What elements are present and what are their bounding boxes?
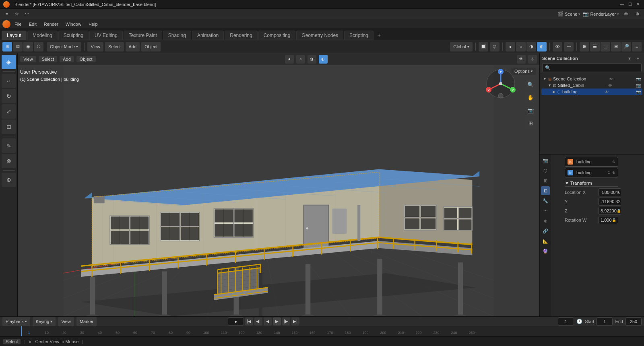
menu-edit[interactable]: Edit	[26, 21, 40, 27]
scene-selector[interactable]: 🎬 Scene ▾	[557, 11, 580, 17]
outliner-scene-collection[interactable]: ▼ ⊞ Scene Collection 👁 📷	[541, 76, 642, 82]
view-btn[interactable]: View	[87, 42, 103, 51]
vp-shading-eevee[interactable]: ◐	[319, 55, 328, 64]
vp-shading-rendered[interactable]: ◑	[308, 55, 316, 64]
tab-uv-editing[interactable]: UV Editing	[89, 31, 123, 40]
render-layer-selector[interactable]: 📷 RenderLayer ▾	[583, 11, 619, 17]
location-z-lock[interactable]: 🔒	[617, 209, 621, 213]
outliner-stilted-cabin[interactable]: ▼ ⊡ Stilted_Cabin 👁 📷	[541, 82, 642, 89]
building-visibility-icon[interactable]: 👁	[605, 90, 609, 94]
add-primitive-btn[interactable]: ⊕	[2, 173, 16, 187]
maximize-btn[interactable]: ☐	[627, 2, 633, 7]
viewport-overlay-icon[interactable]: ⊹	[564, 42, 574, 51]
menu-window[interactable]: Window	[62, 21, 85, 27]
options-btn[interactable]: Options ▾	[511, 68, 536, 75]
view-icon-1[interactable]: ⊞	[580, 42, 589, 51]
tab-geometry-nodes[interactable]: Geometry Nodes	[296, 31, 343, 40]
location-y-value[interactable]: -11690.3242 🔒	[599, 198, 621, 206]
vr-hand-icon[interactable]: ✋	[525, 92, 536, 103]
play-btn[interactable]: ▶	[273, 317, 281, 325]
viewport-icon-material[interactable]: ⬡	[34, 42, 43, 51]
view-timeline-btn[interactable]: View	[58, 317, 74, 326]
view-icon-6[interactable]: ≡	[632, 42, 642, 51]
stilted-visibility-icon[interactable]: 👁	[608, 83, 612, 88]
props-tab-modifiers[interactable]: 🔧	[541, 196, 550, 205]
menu-render[interactable]: Render	[41, 21, 62, 27]
object-menu-btn[interactable]: Object	[76, 56, 96, 62]
tab-animation[interactable]: Animation	[192, 31, 224, 40]
outliner-filter-icon[interactable]: ▼	[626, 55, 633, 62]
material-shading-icon[interactable]: ○	[516, 42, 526, 51]
transform-tool-btn[interactable]: ⊡	[2, 119, 16, 134]
props-tab-physics[interactable]: ⊕	[541, 216, 550, 225]
header-icon-star[interactable]: ☆	[12, 10, 21, 19]
object-mode-btn[interactable]: Object Mode ▾	[47, 42, 81, 51]
rotation-w-value[interactable]: 1.000 🔒	[599, 216, 618, 224]
vp-shading-solid[interactable]: ●	[285, 55, 294, 64]
tab-layout[interactable]: Layout	[2, 31, 27, 40]
view-icon-5[interactable]: 🔎	[621, 42, 631, 51]
marker-btn[interactable]: Marker	[76, 317, 97, 326]
blender-menu-logo[interactable]	[2, 20, 10, 28]
select-key-btn[interactable]: Select	[3, 339, 21, 344]
step-fwd-btn[interactable]: |▶	[282, 317, 290, 325]
toggle-icon-1[interactable]: 👁	[621, 10, 630, 19]
props-tab-material[interactable]: 🔮	[541, 247, 550, 255]
current-frame-input[interactable]: 1	[558, 317, 574, 325]
location-z-value[interactable]: 8.92200 🔒	[599, 207, 621, 215]
stilted-render-icon[interactable]: 📷	[636, 83, 641, 88]
scene-visibility-icon[interactable]: 👁	[609, 77, 613, 81]
tab-rendering[interactable]: Rendering	[225, 31, 257, 40]
tab-texture-paint[interactable]: Texture Paint	[124, 31, 162, 40]
add-menu-btn[interactable]: Add	[60, 56, 74, 62]
move-tool-btn[interactable]: ↔	[2, 74, 16, 88]
props-tab-object[interactable]: ⊡	[541, 186, 550, 195]
props-tab-particles[interactable]: ⋯	[541, 206, 550, 215]
window-controls[interactable]: — ☐ ✕	[619, 2, 641, 7]
frame-dot-btn[interactable]: ●	[228, 317, 244, 325]
timeline-ruler[interactable]: 1 10 20 30 40 50 60 70 80 90 100 110 120…	[0, 326, 644, 336]
building-render-icon[interactable]: 📷	[636, 90, 641, 94]
outliner-building-obj[interactable]: ▶ ⬡ building 👁 📷	[541, 89, 642, 95]
scene-render-icon[interactable]: 📷	[636, 77, 641, 81]
jump-start-btn[interactable]: |◀	[245, 317, 253, 325]
vp-overlay-icon[interactable]: 👁	[517, 55, 526, 64]
vp-gizmo-icon[interactable]: ⊹	[528, 55, 537, 64]
props-tab-render[interactable]: 📷	[541, 156, 550, 165]
props-tab-data[interactable]: 📐	[541, 237, 550, 245]
tab-shading[interactable]: Shading	[163, 31, 191, 40]
step-back-btn[interactable]: ◀|	[254, 317, 262, 325]
obj-name-bar-2[interactable]: ▷ building ⊙ ⊕	[565, 168, 618, 177]
start-frame-input[interactable]: 1	[597, 317, 613, 325]
props-tab-view[interactable]: ⊞	[541, 176, 550, 185]
viewport-icon-persp[interactable]: ⊞	[2, 42, 12, 51]
vr-ortho-icon[interactable]: ⊞	[525, 117, 536, 129]
playback-btn[interactable]: Playback ▾	[2, 317, 30, 326]
eevee-shading-icon[interactable]: ◐	[537, 42, 547, 51]
location-x-value[interactable]: -580.00464 🔒	[599, 188, 621, 196]
tab-scripting[interactable]: Scripting	[344, 31, 374, 40]
view-menu-btn[interactable]: View	[20, 56, 36, 62]
view-icon-4[interactable]: ⊟	[611, 42, 621, 51]
add-btn[interactable]: Add	[126, 42, 140, 51]
close-btn[interactable]: ✕	[635, 2, 641, 7]
solid-shading-icon[interactable]: ●	[506, 42, 515, 51]
select-btn[interactable]: Select	[105, 42, 124, 51]
gizmo-overlay-icon[interactable]: 👁	[553, 42, 562, 51]
obj-name-bar-1[interactable]: ▷ building ⊙	[565, 157, 618, 167]
rendered-shading-icon[interactable]: ◑	[526, 42, 536, 51]
view-icon-3[interactable]: ⬚	[601, 42, 610, 51]
rotate-tool-btn[interactable]: ↻	[2, 89, 16, 103]
props-tab-output[interactable]: ⬡	[541, 166, 550, 175]
proportional-icon[interactable]: ◎	[490, 42, 500, 51]
menu-file[interactable]: File	[11, 21, 25, 27]
select-menu-btn[interactable]: Select	[39, 56, 58, 62]
tab-compositing[interactable]: Compositing	[258, 31, 296, 40]
minimize-btn[interactable]: —	[619, 2, 625, 7]
global-btn[interactable]: Global ▾	[450, 42, 473, 51]
menu-help[interactable]: Help	[85, 21, 101, 27]
outliner-search-input[interactable]	[542, 63, 642, 72]
tab-sculpting[interactable]: Sculpting	[58, 31, 89, 40]
toggle-icon-2[interactable]: ⊕	[633, 10, 642, 19]
outliner-add-icon[interactable]: +	[634, 55, 642, 62]
